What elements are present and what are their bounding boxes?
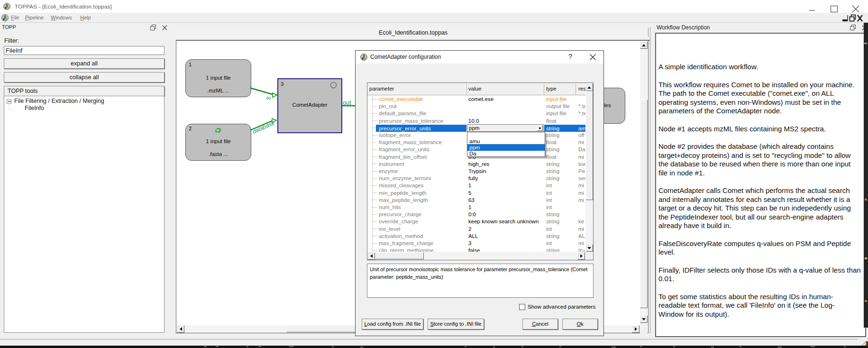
- svg-text:database: database: [252, 119, 276, 135]
- svg-text:out: out: [343, 100, 351, 106]
- svg-text:in: in: [265, 95, 272, 101]
